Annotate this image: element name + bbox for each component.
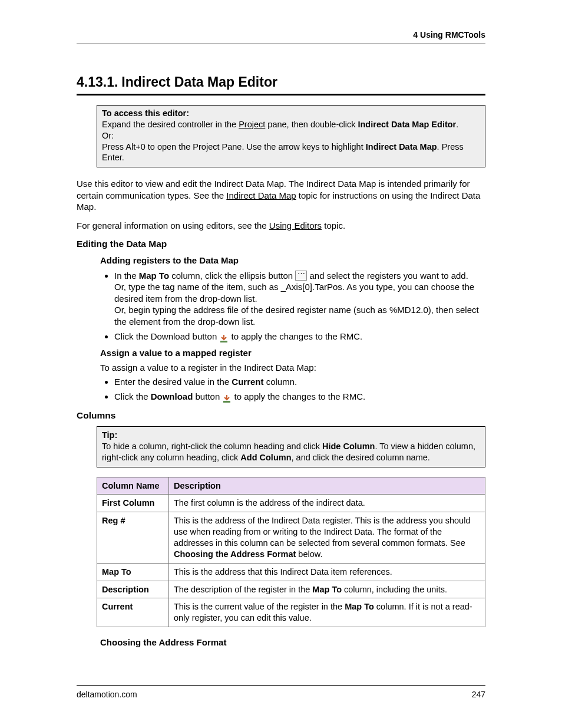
col-desc: This is the address that this Indirect D… <box>169 563 485 581</box>
tip-b1: Hide Column <box>322 442 375 451</box>
editing-heading: Editing the Data Map <box>77 238 485 250</box>
table-row: Map To This is the address that this Ind… <box>97 563 485 581</box>
desc-bold: Map To <box>312 585 342 594</box>
desc-post: column, including the units. <box>342 585 447 594</box>
col-name: First Column <box>97 495 169 512</box>
li4-bold: Download <box>151 391 193 401</box>
list-item: Click the Download button to apply the c… <box>114 331 485 342</box>
columns-table: Column Name Description First Column The… <box>97 477 485 627</box>
tip-3: , and click the desired column name. <box>292 453 430 462</box>
tip-box: Tip: To hide a column, right-click the c… <box>97 426 485 467</box>
table-row: Reg # This is the address of the Indirec… <box>97 512 485 563</box>
li1-or2: Or, begin typing the address file of the… <box>114 305 479 327</box>
intro-p2-pre: For general information on using editors… <box>77 220 269 230</box>
chapter-label: 4 Using RMCTools <box>413 30 485 39</box>
list-item: Click the Download button to apply the c… <box>114 391 485 403</box>
assign-value-heading: Assign a value to a mapped register <box>100 347 485 359</box>
assign-value-list: Enter the desired value in the Current c… <box>100 376 485 403</box>
project-link[interactable]: Project <box>239 120 265 129</box>
svg-rect-1 <box>223 401 230 403</box>
desc-pre: The description of the register in the <box>174 585 312 594</box>
access-line2-pre: Press Alt+0 to open the Project Pane. Us… <box>102 142 366 151</box>
th-description: Description <box>169 477 485 495</box>
ellipsis-icon <box>295 271 307 281</box>
list-item: Enter the desired value in the Current c… <box>114 376 485 388</box>
desc-pre: This is the address of the Indirect Data… <box>174 516 470 548</box>
access-label: To access this editor: <box>102 108 189 118</box>
assign-intro: To assign a value to a register in the I… <box>100 362 485 374</box>
tip-1: To hide a column, right-click the column… <box>102 442 322 451</box>
download-icon <box>222 394 232 404</box>
intro-para-1: Use this editor to view and edit the Ind… <box>77 178 485 213</box>
columns-heading: Columns <box>77 410 485 421</box>
title-text: Indirect Data Map Editor <box>121 74 277 90</box>
using-editors-link[interactable]: Using Editors <box>269 220 322 230</box>
table-row: Current This is the current value of the… <box>97 598 485 627</box>
adding-registers-list: In the Map To column, click the ellipsis… <box>100 270 485 342</box>
list-item: In the Map To column, click the ellipsis… <box>114 270 485 328</box>
desc-pre: The first column is the address of the i… <box>174 498 365 508</box>
col-name: Map To <box>97 563 169 581</box>
desc-bold: Map To <box>345 602 374 611</box>
col-desc: The first column is the address of the i… <box>169 495 485 512</box>
tip-label: Tip: <box>102 430 117 440</box>
li3-bold: Current <box>232 377 263 387</box>
desc-pre: This is the current value of the registe… <box>174 602 345 611</box>
col-desc: The description of the register in the M… <box>169 581 485 598</box>
footer-site: deltamotion.com <box>77 689 137 700</box>
col-name: Current <box>97 598 169 627</box>
li1-pre: In the <box>114 271 139 281</box>
access-line1-mid: pane, then double-click <box>265 120 358 129</box>
desc-pre: This is the address that this Indirect D… <box>174 567 392 577</box>
li4-post: to apply the changes to the RMC. <box>232 391 365 401</box>
svg-rect-0 <box>220 341 227 342</box>
access-line1-pre: Expand the desired controller in the <box>102 120 239 129</box>
li1-mid: column, click the ellipsis button <box>169 271 295 281</box>
page-title: 4.13.1.Indirect Data Map Editor <box>77 74 485 95</box>
li1-bold: Map To <box>139 271 169 281</box>
table-row: First Column The first column is the add… <box>97 495 485 512</box>
access-line1-post: . <box>456 120 458 129</box>
li4-pre: Click the <box>114 391 151 401</box>
col-desc: This is the current value of the registe… <box>169 598 485 627</box>
running-header: 4 Using RMCTools <box>77 29 485 44</box>
th-column-name: Column Name <box>97 477 169 495</box>
li3-post: column. <box>263 377 297 387</box>
access-or: Or: <box>102 131 114 140</box>
desc-bold: Choosing the Address Format <box>174 549 296 559</box>
title-number: 4.13.1. <box>77 74 118 90</box>
adding-registers-heading: Adding registers to the Data Map <box>100 255 485 266</box>
footer-page: 247 <box>472 689 485 700</box>
access-line1-bold: Indirect Data Map Editor <box>358 120 456 129</box>
li2-pre: Click the Download button <box>114 331 219 341</box>
download-icon <box>219 334 229 344</box>
tip-b2: Add Column <box>240 453 291 462</box>
col-desc: This is the address of the Indirect Data… <box>169 512 485 563</box>
li3-pre: Enter the desired value in the <box>114 377 232 387</box>
li2-post: to apply the changes to the RMC. <box>229 331 362 341</box>
indirect-data-map-link[interactable]: Indirect Data Map <box>226 190 296 200</box>
access-line2-bold: Indirect Data Map <box>366 142 437 151</box>
choosing-address-format-heading: Choosing the Address Format <box>100 637 485 648</box>
table-row: Description The description of the regis… <box>97 581 485 598</box>
page-footer: deltamotion.com 247 <box>77 685 485 700</box>
desc-post: below. <box>296 549 322 559</box>
li1-post: and select the registers you want to add… <box>307 271 468 281</box>
li1-or1: Or, type the tag name of the item, such … <box>114 282 474 304</box>
li4-mid: button <box>193 391 222 401</box>
intro-p2-post: topic. <box>322 220 345 230</box>
access-box: To access this editor: Expand the desire… <box>97 105 485 167</box>
col-name: Reg # <box>97 512 169 563</box>
col-name: Description <box>97 581 169 598</box>
intro-para-2: For general information on using editors… <box>77 220 485 232</box>
